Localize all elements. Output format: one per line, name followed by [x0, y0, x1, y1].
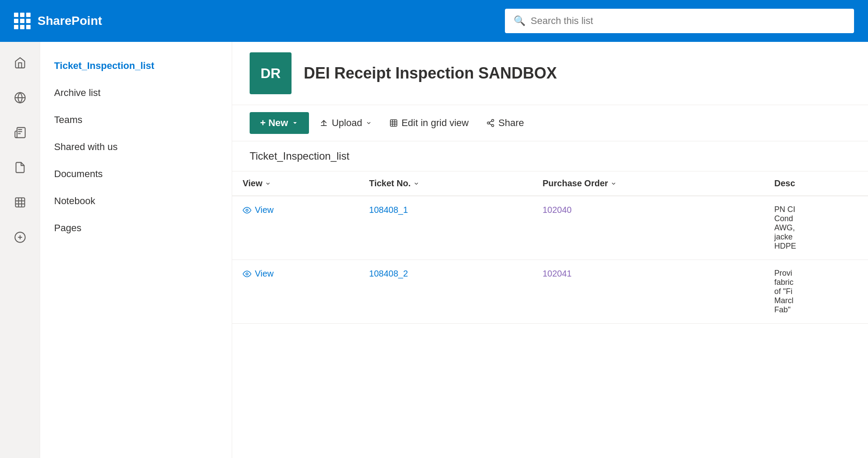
edit-grid-label: Edit in grid view — [401, 117, 469, 129]
row1-ticket-link[interactable]: 108408_1 — [369, 205, 408, 215]
row1-ticket-cell: 108408_1 — [359, 196, 532, 260]
app-name: SharePoint — [38, 14, 102, 28]
row2-view-button[interactable]: View — [243, 269, 348, 279]
row2-po-link[interactable]: 102041 — [542, 269, 572, 278]
svg-point-26 — [246, 273, 248, 275]
search-box[interactable]: 🔍 — [505, 9, 854, 33]
col-purchase-order[interactable]: Purchase Order — [532, 171, 764, 196]
chevron-down-icon — [292, 120, 298, 126]
sidebar-icons — [0, 42, 40, 458]
nav-item-pages[interactable]: Pages — [40, 215, 232, 242]
col-ticket-no[interactable]: Ticket No. — [359, 171, 532, 196]
view-col-chevron — [265, 181, 271, 187]
app-logo[interactable]: SharePoint — [14, 13, 102, 29]
table-icon[interactable] — [10, 192, 31, 213]
row2-view-cell: View — [232, 260, 359, 324]
list-name-header: Ticket_Inspection_list — [232, 141, 868, 171]
list-name-text: Ticket_Inspection_list — [250, 150, 350, 162]
row2-ticket-cell: 108408_2 — [359, 260, 532, 324]
content-area: DR DEI Receipt Inspection SANDBOX + New … — [232, 42, 868, 458]
upload-chevron-icon — [366, 120, 372, 126]
svg-rect-5 — [15, 198, 24, 207]
row2-po-cell: 102041 — [532, 260, 764, 324]
grid-icon — [389, 119, 398, 127]
svg-point-21 — [487, 122, 490, 124]
share-icon — [486, 119, 495, 127]
share-label: Share — [498, 117, 524, 129]
row2-desc-text: Provifabricof "FiMarclFab" — [774, 269, 858, 314]
nav-item-teams[interactable]: Teams — [40, 106, 232, 133]
table-row: View 108408_2 102041 Provifabricof "FiMa… — [232, 260, 868, 324]
table-row: View 108408_1 102040 PN CICondAWG,jackeH… — [232, 196, 868, 260]
main-layout: Ticket_Inspection_list Archive list Team… — [0, 42, 868, 458]
svg-point-25 — [246, 209, 248, 211]
upload-button[interactable]: Upload — [312, 112, 379, 134]
document-icon[interactable] — [10, 157, 31, 178]
eye-icon — [243, 270, 251, 278]
nav-item-documents[interactable]: Documents — [40, 161, 232, 188]
nav-item-shared-with-us[interactable]: Shared with us — [40, 133, 232, 161]
ticket-col-chevron — [413, 181, 419, 187]
upload-icon — [319, 119, 328, 127]
toolbar: + New Upload — [232, 105, 868, 141]
waffle-menu-icon[interactable] — [14, 13, 31, 29]
table-header: View Ticket No. Purcha — [232, 171, 868, 196]
page-header: DR DEI Receipt Inspection SANDBOX — [232, 42, 868, 105]
svg-point-20 — [492, 120, 494, 122]
nav-item-notebook[interactable]: Notebook — [40, 188, 232, 215]
new-button-label: + New — [260, 117, 288, 129]
new-button[interactable]: + New — [250, 112, 309, 134]
po-col-chevron — [611, 181, 617, 187]
row1-po-cell: 102040 — [532, 196, 764, 260]
nav-list: Ticket_Inspection_list Archive list Team… — [40, 42, 232, 458]
search-icon: 🔍 — [514, 15, 525, 27]
top-bar: SharePoint 🔍 — [0, 0, 868, 42]
data-table: View Ticket No. Purcha — [232, 171, 868, 324]
eye-icon — [243, 206, 251, 215]
upload-label: Upload — [332, 117, 362, 129]
globe-icon[interactable] — [10, 87, 31, 108]
add-site-icon[interactable] — [10, 227, 31, 248]
page-title: DEI Receipt Inspection SANDBOX — [304, 64, 557, 82]
svg-line-24 — [489, 121, 492, 122]
edit-grid-button[interactable]: Edit in grid view — [382, 112, 476, 134]
share-button[interactable]: Share — [479, 112, 531, 134]
nav-item-archive-list[interactable]: Archive list — [40, 79, 232, 106]
home-icon[interactable] — [10, 52, 31, 73]
row1-view-button[interactable]: View — [243, 205, 348, 215]
search-input[interactable] — [531, 15, 845, 27]
news-icon[interactable] — [10, 122, 31, 143]
row1-desc-text: PN CICondAWG,jackeHDPE — [774, 205, 858, 251]
site-icon: DR — [250, 52, 292, 94]
nav-item-ticket-inspection-list[interactable]: Ticket_Inspection_list — [40, 52, 232, 79]
col-description: Desc — [764, 171, 868, 196]
svg-line-23 — [489, 123, 492, 125]
col-view[interactable]: View — [232, 171, 359, 196]
row1-view-cell: View — [232, 196, 359, 260]
row2-ticket-link[interactable]: 108408_2 — [369, 269, 408, 278]
svg-rect-15 — [390, 120, 397, 126]
row2-desc-cell: Provifabricof "FiMarclFab" — [764, 260, 868, 324]
svg-point-22 — [492, 124, 494, 126]
table-body: View 108408_1 102040 PN CICondAWG,jackeH… — [232, 196, 868, 324]
row1-desc-cell: PN CICondAWG,jackeHDPE — [764, 196, 868, 260]
row1-po-link[interactable]: 102040 — [542, 205, 572, 215]
data-table-wrapper: View Ticket No. Purcha — [232, 171, 868, 324]
